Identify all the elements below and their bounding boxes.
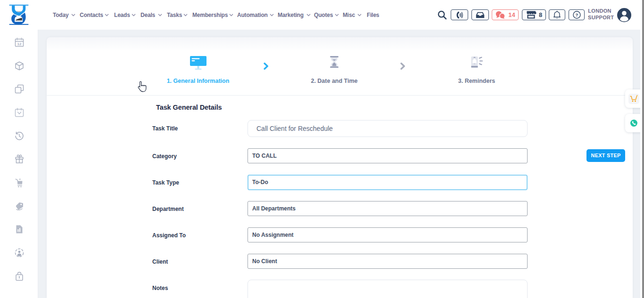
svg-text:12: 12	[17, 42, 22, 46]
svg-text:?: ?	[575, 12, 578, 17]
